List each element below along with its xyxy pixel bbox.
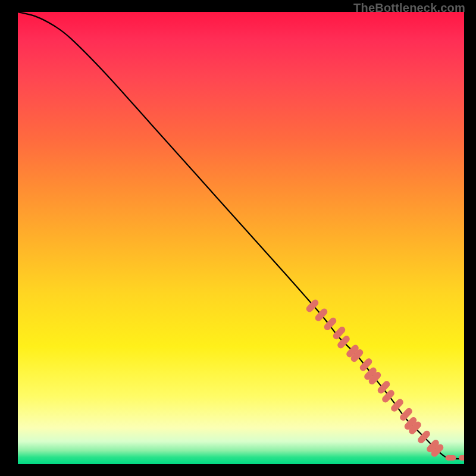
bottleneck-curve	[18, 12, 464, 459]
curve-marker	[350, 348, 356, 354]
curve-marker	[412, 425, 418, 431]
curve-marker	[327, 321, 333, 327]
curve-marker	[394, 402, 400, 408]
curve-marker	[363, 362, 369, 368]
curve-marker	[354, 353, 360, 359]
curve-marker	[368, 371, 374, 377]
curve-marker	[336, 330, 342, 336]
curve-marker	[430, 443, 436, 449]
curve-marker	[309, 303, 315, 309]
curve-layer	[18, 12, 464, 464]
curve-marker	[403, 411, 409, 417]
curve-marker	[421, 434, 427, 440]
curve-marker	[386, 393, 392, 399]
curve-marker	[372, 375, 378, 381]
curve-marker	[341, 339, 347, 345]
curve-marker	[434, 447, 440, 453]
curve-marker	[318, 312, 324, 318]
curve-marker	[381, 384, 387, 390]
curve-marker	[408, 421, 414, 427]
chart-frame: TheBottleneck.com	[0, 0, 476, 476]
plot-area	[18, 12, 464, 464]
marker-group	[309, 303, 464, 458]
